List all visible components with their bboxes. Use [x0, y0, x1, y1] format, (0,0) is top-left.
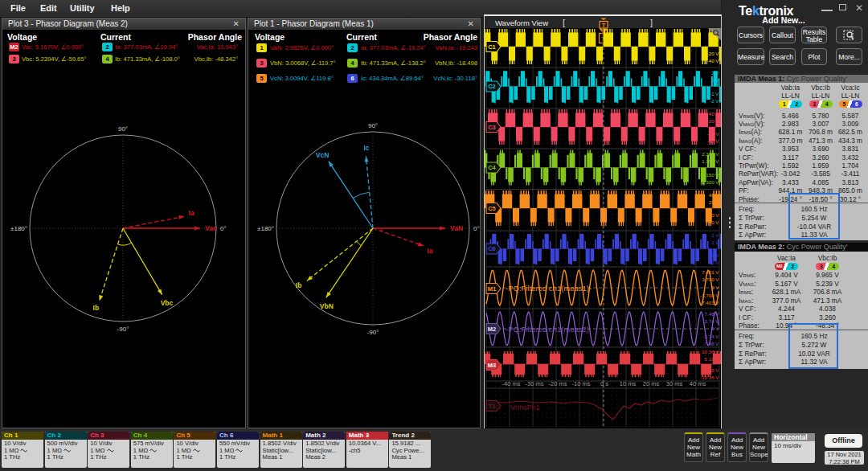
svg-text:-20 V: -20 V	[707, 212, 720, 218]
svg-text:-1 V: -1 V	[710, 252, 719, 258]
svg-text:±180°: ±180°	[10, 225, 27, 232]
svg-text:3.700 V: 3.700 V	[702, 276, 719, 282]
svg-text:VbN: VbN	[320, 302, 334, 310]
svg-text:-2 V: -2 V	[710, 98, 719, 104]
svg-text:-7.48 V: -7.48 V	[703, 341, 720, 346]
svg-text:M2: M2	[488, 326, 496, 333]
svg-text:C4: C4	[488, 164, 496, 171]
svg-text:10.36 V: 10.36 V	[702, 349, 719, 354]
svg-text:C5: C5	[488, 205, 496, 212]
svg-text:T1: T1	[489, 403, 496, 410]
svg-text:M1: M1	[488, 285, 496, 293]
svg-text:-2 V: -2 V	[710, 260, 719, 265]
svg-text:#801320: #801320	[699, 396, 719, 402]
svg-text:VcN: VcN	[316, 151, 330, 159]
svg-text:2 V: 2 V	[711, 70, 719, 76]
svg-text:Waveform View: Waveform View	[495, 18, 548, 27]
svg-text:#801320: #801320	[699, 413, 719, 419]
svg-text:#801320: #801320	[699, 421, 719, 427]
svg-text:Vac: Vac	[205, 224, 217, 232]
svg-text:C6: C6	[488, 245, 496, 252]
svg-text:-1 V: -1 V	[710, 91, 719, 96]
svg-text:-10.36 V: -10.36 V	[700, 375, 719, 380]
svg-text:#801320: #801320	[699, 404, 719, 410]
svg-text:-40 V: -40 V	[707, 58, 720, 63]
svg-text:-3.700 V: -3.700 V	[700, 293, 719, 298]
svg-text:1 V: 1 V	[711, 240, 719, 245]
svg-text:20 ms: 20 ms	[643, 380, 660, 387]
svg-text:20 V: 20 V	[709, 118, 720, 124]
svg-text:-PQ:Filtered ch1(meas2): -PQ:Filtered ch1(meas2)	[506, 325, 589, 334]
svg-text:-90°: -90°	[117, 326, 129, 333]
svg-text:#801320: #801320	[699, 387, 719, 393]
svg-text:40 V: 40 V	[709, 111, 720, 117]
svg-text:2 V: 2 V	[711, 232, 719, 238]
svg-text:0°: 0°	[473, 225, 480, 232]
svg-text:C1: C1	[488, 43, 496, 51]
svg-text:7.48 V: 7.48 V	[705, 311, 720, 317]
svg-text:40 ms: 40 ms	[690, 380, 706, 387]
svg-text:1,150 V: 1,150 V	[702, 158, 719, 164]
svg-text:20 V: 20 V	[709, 38, 720, 43]
svg-text:-2,300 V: -2,300 V	[700, 179, 719, 185]
svg-text:0 V: 0 V	[711, 326, 719, 331]
svg-text:-10 ms: -10 ms	[572, 380, 591, 387]
svg-text:7.401 V: 7.401 V	[702, 269, 719, 275]
svg-text:-30 ms: -30 ms	[526, 380, 544, 387]
svg-text:-40 ms: -40 ms	[502, 380, 521, 387]
svg-text:Ia: Ia	[427, 247, 432, 255]
svg-text:0°: 0°	[220, 225, 227, 232]
svg-text:30 ms: 30 ms	[666, 380, 683, 387]
svg-text:Ic: Ic	[363, 144, 369, 152]
svg-text:20 V: 20 V	[709, 199, 720, 205]
svg-text:]: ]	[650, 18, 653, 27]
svg-text:5.18 V: 5.18 V	[705, 356, 720, 362]
svg-text:-3.74 V: -3.74 V	[703, 334, 720, 339]
svg-text:-7.401 V: -7.401 V	[700, 300, 719, 305]
svg-text:90°: 90°	[368, 122, 378, 129]
svg-text:M3: M3	[488, 362, 496, 369]
svg-text:3.74 V: 3.74 V	[705, 318, 720, 324]
svg-text:[: [	[563, 18, 565, 27]
svg-text:-90°: -90°	[367, 329, 379, 336]
svg-text:0 s: 0 s	[600, 380, 608, 387]
svg-text:-20 V: -20 V	[707, 51, 720, 56]
svg-text:0 V: 0 V	[711, 285, 719, 290]
svg-text:Ib: Ib	[93, 304, 100, 312]
svg-text:C3: C3	[488, 124, 496, 131]
svg-text:VaN: VaN	[450, 224, 463, 232]
svg-text:T: T	[602, 22, 606, 29]
svg-text:-1,150 V: -1,150 V	[700, 172, 719, 178]
svg-text:-40 V: -40 V	[707, 138, 720, 144]
svg-text:VrmsPh1: VrmsPh1	[510, 403, 540, 412]
svg-text:10 ms: 10 ms	[620, 380, 637, 387]
svg-text:-20 V: -20 V	[707, 131, 720, 137]
svg-text:-PQ:Filtered ch1(meas1)-: -PQ:Filtered ch1(meas1)-	[506, 284, 592, 293]
svg-text:±180°: ±180°	[257, 225, 274, 232]
svg-text:Ib: Ib	[296, 281, 302, 289]
svg-text:1 V: 1 V	[711, 77, 719, 83]
svg-text:2,300 V: 2,300 V	[702, 151, 719, 157]
svg-text:-40 V: -40 V	[707, 219, 720, 225]
svg-text:Ia: Ia	[189, 209, 194, 217]
svg-text:90°: 90°	[118, 125, 128, 133]
svg-text:Vbc: Vbc	[161, 299, 174, 307]
svg-text:-20 ms: -20 ms	[549, 380, 567, 387]
svg-text:40 V: 40 V	[709, 192, 720, 198]
svg-text:-5.18 V: -5.18 V	[703, 367, 720, 373]
svg-text:C2: C2	[488, 83, 496, 90]
